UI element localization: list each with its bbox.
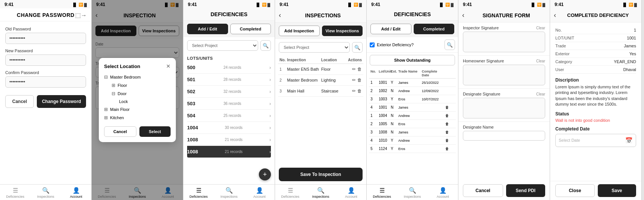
nav-account-3[interactable]: 👤 Account — [244, 187, 275, 198]
nav-inspections-4[interactable]: 🔍 Inspections — [305, 187, 336, 198]
deficiencies-tabs-5: Add / Edit Completed — [367, 21, 458, 37]
lot-row-1008a[interactable]: 1008 21 records › — [187, 134, 271, 146]
tab-add-edit-3[interactable]: Add / Edit — [187, 24, 228, 34]
wifi-icon: 🛜 — [79, 3, 83, 7]
lot-row-504[interactable]: 504 25 records › — [187, 110, 271, 122]
exterior-row: Exterior Deficiency? 🔍 — [367, 37, 458, 53]
confirm-password-input[interactable] — [5, 76, 86, 88]
modal-buttons: Cancel Select — [104, 126, 171, 137]
wifi-icon-3: 🛜 — [262, 3, 266, 7]
tab-add-inspection-4[interactable]: Add Inspection — [279, 26, 320, 36]
edit-icon-1[interactable]: ✏ — [352, 67, 356, 72]
nav-inspections-3[interactable]: 🔍 Inspections — [214, 187, 244, 198]
add-fab-button-3[interactable]: + — [259, 168, 271, 180]
tree-item-main-floor[interactable]: ⊞ Main Floor — [104, 105, 171, 114]
lot-list-3: 500 24 records › 501 28 records › 502 32… — [183, 62, 275, 184]
delete-icon-3[interactable]: 🗑 — [357, 88, 362, 94]
modal-select-button[interactable]: Select — [139, 126, 171, 137]
date-picker-row[interactable]: Select Date 📅 — [555, 134, 636, 147]
tab-completed-5[interactable]: Completed — [414, 24, 455, 34]
close-button-7[interactable]: Close — [555, 184, 595, 197]
def-row-6: 2 1005 N Eros 🗑 — [369, 120, 456, 128]
sig-send-button[interactable]: Send PDI — [506, 184, 546, 197]
nav-account-5[interactable]: 👤 Account — [428, 187, 458, 198]
inspector-sig-clear[interactable]: Clear — [536, 26, 545, 30]
tab-completed-3[interactable]: Completed — [230, 24, 271, 34]
inspections-table-4: No. Inspection Location Actions 1 Master… — [275, 56, 366, 165]
tab-add-edit-5[interactable]: Add / Edit — [370, 24, 411, 34]
change-password-buttons: Cancel Change Password — [5, 95, 86, 108]
lot-row-503[interactable]: 503 36 records › — [187, 98, 271, 110]
new-password-input[interactable] — [5, 55, 86, 66]
nav-inspections-5[interactable]: 🔍 Inspections — [397, 187, 428, 198]
completed-deficiency-body: No. 1 LOT/UNIT 1001 Trade James Exterior… — [550, 23, 641, 181]
lot-number-1004: 1004 — [187, 125, 198, 130]
change-password-body: Old Password New Password Confirm Passwo… — [0, 21, 91, 184]
select-project-4[interactable]: Select Project — [279, 42, 350, 53]
nav-def-label-3: Deficiencies — [189, 195, 208, 198]
tree-item-master-bedroom[interactable]: ⊟ Master Bedroom — [104, 73, 171, 81]
tab-view-inspections-4[interactable]: View Inspections — [322, 26, 363, 36]
tree-item-kitchen[interactable]: ⊞ Kitchen — [104, 114, 171, 122]
nav-deficiencies-3[interactable]: ☰ Deficiencies — [183, 187, 214, 198]
edit-icon-2[interactable]: ✏ — [352, 77, 356, 83]
lot-row-500[interactable]: 500 24 records › — [187, 62, 271, 74]
homeowner-sig-label-row: Homeowner Signature Clear — [463, 59, 545, 63]
nav-deficiencies-4[interactable]: ☰ Deficiencies — [275, 187, 305, 198]
search-button-5[interactable]: 🔍 — [444, 39, 455, 50]
homeowner-sig-clear[interactable]: Clear — [536, 59, 545, 63]
nav-account-1[interactable]: 👤 Account — [61, 187, 91, 198]
nav-inspections-1[interactable]: 🔍 Inspections — [30, 187, 61, 198]
logout-icon[interactable]: ⬚→ — [75, 12, 87, 19]
delete-icon-2[interactable]: 🗑 — [357, 77, 362, 83]
exterior-checkbox[interactable] — [370, 42, 375, 47]
select-project-3[interactable]: Select Project — [187, 40, 258, 51]
back-button-6[interactable]: ‹ — [462, 11, 464, 19]
screen-inspections-view: 9:41 ▐▌ 🛜 ▓ ‹ INSPECTIONS Add Inspection… — [275, 0, 367, 200]
lot-row-1004[interactable]: 1004 30 records › — [187, 122, 271, 134]
battery-icon-4: ▓ — [359, 3, 362, 7]
select-location-overlay: Select Location ✕ ⊟ Master Bedroom ⊞ Flo… — [92, 0, 183, 200]
tree-item-floor[interactable]: ⊞ Floor — [112, 81, 171, 89]
change-password-button[interactable]: Change Password — [37, 95, 86, 108]
status-bar-4: 9:41 ▐▌ 🛜 ▓ — [275, 0, 366, 8]
nav-deficiencies-1[interactable]: ☰ Deficiencies — [0, 187, 30, 198]
save-to-inspection-button[interactable]: Save To Inspection — [279, 168, 363, 181]
old-password-input[interactable] — [5, 33, 86, 44]
show-outstanding-button[interactable]: Show Outstanding — [370, 55, 455, 65]
delete-icon-1[interactable]: 🗑 — [357, 67, 362, 72]
edit-icon-3[interactable]: ✏ — [352, 88, 356, 94]
status-bar-7: 9:41 ▐▌ 🛜 ▓ — [550, 0, 641, 8]
inspector-sig-box[interactable] — [463, 32, 545, 52]
lot-row-1008b[interactable]: 1008 21 records › — [187, 146, 271, 158]
back-button-4[interactable]: ‹ — [279, 11, 281, 19]
tree-item-door[interactable]: ⊟ Door — [112, 89, 171, 98]
designate-name-input[interactable] — [463, 131, 545, 141]
search-button-4[interactable]: 🔍 — [352, 42, 363, 53]
modal-close-icon[interactable]: ✕ — [166, 63, 171, 69]
status-title: Status — [555, 111, 636, 117]
cancel-button[interactable]: Cancel — [5, 95, 34, 108]
lot-chevron-503: › — [269, 101, 271, 106]
search-button-3[interactable]: 🔍 — [260, 40, 271, 51]
back-button-7[interactable]: ‹ — [554, 11, 556, 19]
modal-cancel-button[interactable]: Cancel — [104, 126, 136, 137]
lot-row-501[interactable]: 501 28 records › — [187, 74, 271, 86]
designate-sig-clear[interactable]: Clear — [536, 92, 545, 96]
inspections-title-4: INSPECTIONS — [283, 12, 363, 18]
def-col-action-h — [445, 70, 454, 77]
tree-item-lock[interactable]: Lock — [119, 98, 171, 105]
tree-minus-icon-door: ⊟ — [112, 91, 115, 96]
nav-acc-label-4: Account — [345, 195, 357, 198]
homeowner-sig-box[interactable] — [463, 65, 545, 85]
modal-header: Select Location ✕ — [104, 63, 171, 69]
designate-sig-box[interactable] — [463, 98, 545, 118]
lot-chevron-1008a: › — [269, 137, 271, 142]
sig-cancel-button[interactable]: Cancel — [463, 184, 503, 197]
nav-deficiencies-5[interactable]: ☰ Deficiencies — [367, 187, 397, 198]
save-button-7[interactable]: Save — [598, 184, 636, 197]
nav-account-4[interactable]: 👤 Account — [336, 187, 366, 198]
status-text: Wall is not into good condition — [555, 118, 636, 123]
lot-row-502[interactable]: 502 32 records › — [187, 86, 271, 98]
inspector-sig-label-row: Inspector Signature Clear — [463, 26, 545, 30]
